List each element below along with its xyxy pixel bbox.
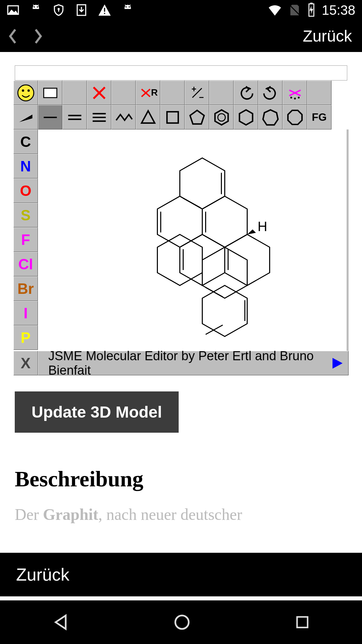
desc-prefix: Der bbox=[15, 505, 43, 523]
svg-marker-48 bbox=[215, 110, 228, 125]
charge-icon[interactable]: +− bbox=[185, 80, 209, 105]
svg-line-62 bbox=[183, 198, 200, 208]
element-i-button[interactable]: I bbox=[13, 301, 38, 325]
svg-text:+: + bbox=[191, 84, 196, 94]
ring5-icon[interactable] bbox=[185, 105, 209, 129]
system-nav-bar bbox=[0, 600, 362, 644]
svg-rect-46 bbox=[167, 112, 178, 123]
h-atom-label: H bbox=[258, 219, 267, 234]
wedge-icon[interactable] bbox=[13, 105, 38, 129]
wifi-icon bbox=[267, 3, 282, 17]
triple-bond-icon[interactable] bbox=[87, 105, 111, 129]
toolbar-row-2: FG bbox=[13, 105, 349, 129]
svg-marker-45 bbox=[141, 111, 155, 123]
svg-rect-74 bbox=[297, 617, 308, 628]
delete-icon[interactable] bbox=[87, 80, 111, 105]
double-bond-icon[interactable] bbox=[62, 105, 87, 129]
element-cl-button[interactable]: Cl bbox=[13, 252, 38, 276]
svg-marker-38 bbox=[19, 114, 32, 122]
svg-marker-60 bbox=[202, 285, 247, 336]
element-br-button[interactable]: Br bbox=[13, 276, 38, 301]
svg-point-35 bbox=[290, 97, 292, 99]
update-3d-button[interactable]: Update 3D Model bbox=[15, 391, 179, 433]
android-home-icon[interactable] bbox=[172, 612, 192, 632]
svg-marker-53 bbox=[180, 158, 225, 209]
element-p-button[interactable]: P bbox=[13, 325, 38, 350]
blank4-icon[interactable] bbox=[209, 80, 234, 105]
ring7-icon[interactable] bbox=[258, 105, 283, 129]
android2-icon bbox=[121, 4, 134, 16]
chain-icon[interactable] bbox=[111, 105, 136, 129]
delete-r-icon[interactable]: R bbox=[136, 80, 160, 105]
blank3-icon[interactable] bbox=[160, 80, 185, 105]
element-c-button[interactable]: C bbox=[13, 129, 38, 154]
svg-marker-72 bbox=[56, 615, 66, 629]
benzene-icon[interactable] bbox=[209, 105, 234, 129]
svg-marker-47 bbox=[190, 110, 204, 124]
element-column: CNOSFClBrIP bbox=[13, 129, 38, 351]
svg-rect-19 bbox=[310, 3, 312, 4]
blank5-icon[interactable] bbox=[307, 80, 331, 105]
blank2-icon[interactable] bbox=[111, 80, 136, 105]
svg-point-73 bbox=[175, 615, 189, 629]
credit-text: JSME Molecular Editor by Peter Ertl and … bbox=[48, 349, 330, 378]
android-icon bbox=[29, 4, 42, 16]
svg-marker-52 bbox=[288, 110, 302, 124]
svg-point-13 bbox=[125, 6, 127, 8]
element-f-button[interactable]: F bbox=[13, 227, 38, 252]
android-recent-icon[interactable] bbox=[293, 613, 311, 631]
smiley-icon[interactable] bbox=[13, 80, 38, 105]
warning-icon bbox=[98, 3, 111, 17]
molecule-editor: R+− FG CNOSFClBrIP bbox=[13, 80, 349, 375]
toolbar-row-1: R+− bbox=[13, 80, 349, 105]
nav-next-icon[interactable] bbox=[32, 28, 44, 45]
single-bond-icon[interactable] bbox=[38, 105, 62, 129]
nav-prev-icon[interactable] bbox=[7, 28, 19, 45]
redo-icon[interactable] bbox=[258, 80, 283, 105]
svg-point-14 bbox=[129, 6, 130, 8]
description-text: Der Graphit, nach neuer deutscher bbox=[15, 505, 362, 524]
android-back-icon[interactable] bbox=[51, 612, 71, 632]
svg-point-22 bbox=[22, 89, 24, 92]
status-bar: 15:38 bbox=[0, 0, 362, 20]
molecule-canvas[interactable]: H bbox=[38, 129, 349, 351]
ring6-icon[interactable] bbox=[234, 105, 258, 129]
clock-time: 15:38 bbox=[322, 3, 355, 18]
play-icon[interactable] bbox=[330, 357, 345, 370]
gallery-icon bbox=[7, 4, 19, 16]
desc-bold: Graphit bbox=[43, 505, 98, 523]
svg-marker-20 bbox=[309, 6, 313, 14]
bottom-back-bar[interactable]: Zurück bbox=[0, 553, 362, 596]
svg-point-37 bbox=[298, 97, 300, 99]
svg-line-69 bbox=[206, 325, 223, 334]
svg-marker-51 bbox=[263, 110, 278, 125]
ring4-icon[interactable] bbox=[160, 105, 185, 129]
svg-marker-1 bbox=[8, 9, 18, 14]
svg-text:R: R bbox=[151, 87, 158, 98]
svg-marker-71 bbox=[333, 358, 343, 369]
ring3-icon[interactable] bbox=[136, 105, 160, 129]
editor-credit: JSME Molecular Editor by Peter Ertl and … bbox=[38, 351, 349, 375]
element-s-button[interactable]: S bbox=[13, 203, 38, 227]
fg-icon[interactable]: FG bbox=[307, 105, 331, 129]
text-display-bar[interactable] bbox=[15, 65, 347, 80]
svg-point-36 bbox=[294, 98, 296, 100]
desc-suffix: , nach neuer deutscher bbox=[98, 505, 242, 523]
undo-icon[interactable] bbox=[234, 80, 258, 105]
ring8-icon[interactable] bbox=[283, 105, 307, 129]
svg-marker-55 bbox=[202, 196, 247, 247]
svg-rect-12 bbox=[104, 13, 105, 14]
svg-point-23 bbox=[27, 89, 29, 92]
x-element-button[interactable]: X bbox=[13, 351, 38, 375]
element-n-button[interactable]: N bbox=[13, 154, 38, 178]
new-page-icon[interactable] bbox=[38, 80, 62, 105]
zuruck-link[interactable]: Zurück bbox=[303, 27, 352, 45]
bottom-back-label: Zurück bbox=[16, 565, 69, 585]
svg-point-21 bbox=[18, 85, 34, 101]
battery-charging-icon bbox=[307, 3, 316, 17]
svg-point-6 bbox=[58, 8, 60, 10]
shield-icon bbox=[52, 4, 65, 16]
star-icon[interactable] bbox=[283, 80, 307, 105]
element-o-button[interactable]: O bbox=[13, 178, 38, 203]
blank1-icon[interactable] bbox=[62, 80, 87, 105]
